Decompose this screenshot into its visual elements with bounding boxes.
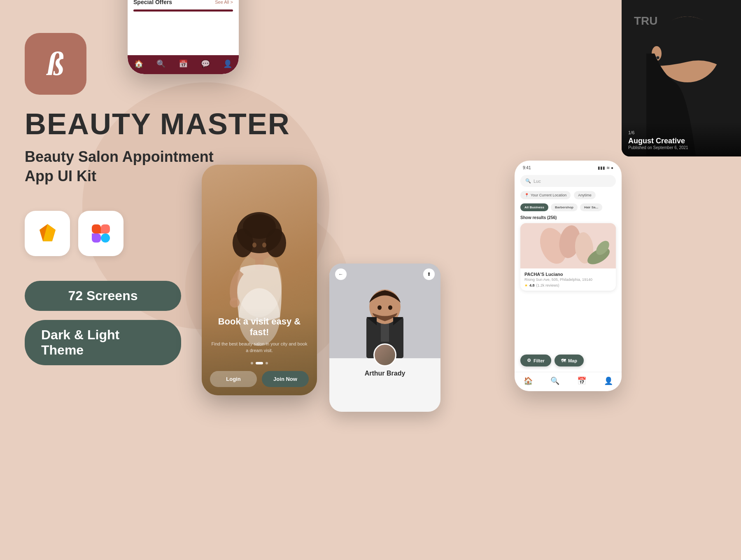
phone2-body: My Master Hannah Benson Book Now <box>128 0 239 60</box>
nail-decoration <box>520 223 616 268</box>
screens-badge: 72 Screens <box>25 281 181 311</box>
join-now-button[interactable]: Join Now <box>262 371 309 387</box>
phone1-subtext: Find the best beauty salon in your city … <box>210 341 309 354</box>
svg-point-15 <box>230 298 240 308</box>
svg-point-25 <box>388 306 392 310</box>
salon-rating: ★ 4.8 (1.2k reviews) <box>524 283 612 287</box>
salon-card-image <box>520 223 616 268</box>
login-button[interactable]: Login <box>210 371 257 387</box>
nav-search-icon[interactable]: 🔍 <box>156 59 165 68</box>
p4-nav-search[interactable]: 🔍 <box>550 376 559 385</box>
theme-badge: Dark & Light Theme <box>25 320 181 365</box>
tab-all-business[interactable]: All Business <box>520 203 548 211</box>
phone4-filter-map-row: ⚙ Filter 🗺 Map <box>520 355 616 366</box>
star-icon: ★ <box>524 283 528 287</box>
dot-1 <box>251 362 253 364</box>
phone3-hero-image: ← ⬆ <box>329 264 440 358</box>
app-icon-letter: ß <box>47 47 64 80</box>
tab-barbershop[interactable]: Barbershop <box>551 203 578 211</box>
svg-point-13 <box>262 243 266 247</box>
phone-main-app: 9:41 ▮▮▮ ≋ ● ☀ New York 32°c 🔔 🔍 Search … <box>128 0 239 74</box>
special-offers-title: Special Offers <box>133 0 172 5</box>
nav-home-icon[interactable]: 🏠 <box>134 59 143 68</box>
review-count: (1.2k reviews) <box>536 283 559 287</box>
rating-value: 4.8 <box>529 283 535 287</box>
phone1-dots <box>210 362 309 364</box>
phone1-heading: Book a visit easy & fast! <box>210 316 309 338</box>
phone-search: 9:41 ▮▮▮ ≋ ● 🔍 Luc 📍 Your Current Locati… <box>515 161 622 391</box>
results-count: Show results (256) <box>520 215 616 220</box>
dot-3 <box>266 362 268 364</box>
filter-button[interactable]: ⚙ Filter <box>520 355 551 366</box>
nav-chat-icon[interactable]: 💬 <box>201 59 210 68</box>
photo-overlay: 1/6 August Creative Published on Septemb… <box>622 122 741 156</box>
tab-hair-salon[interactable]: Hair Sa... <box>580 203 602 211</box>
svg-point-36 <box>657 56 659 59</box>
phone2-bottom-nav: 🏠 🔍 📅 💬 👤 <box>128 55 239 74</box>
figma-icon-wrap[interactable] <box>78 211 124 256</box>
time-filter[interactable]: Anytime <box>574 191 596 199</box>
svg-point-11 <box>243 214 276 239</box>
dot-2 <box>256 362 263 364</box>
nav-calendar-icon[interactable]: 📅 <box>179 59 188 68</box>
barber-name: Arthur Brady <box>336 370 434 377</box>
map-button[interactable]: 🗺 Map <box>555 355 584 366</box>
phone-barber-profile: ← ⬆ Arthur Brady <box>329 264 440 412</box>
sketch-icon <box>36 222 59 245</box>
photo-published: Published on September 6, 2021 <box>628 145 734 150</box>
nav-profile-icon[interactable]: 👤 <box>223 59 232 68</box>
phone4-search-bar[interactable]: 🔍 Luc <box>520 175 616 187</box>
search-icon-p4: 🔍 <box>525 178 531 184</box>
offers-see-all[interactable]: See All > <box>215 0 233 5</box>
salon-card[interactable]: PACHA'S Luciano Rising Sun Ave, 505, Phi… <box>520 223 616 291</box>
map-icon: 🗺 <box>561 358 566 363</box>
phone4-filter-row: 📍 Your Current Location Anytime <box>520 191 616 199</box>
salon-name: PACHA'S Luciano <box>524 272 612 277</box>
svg-point-12 <box>252 243 256 247</box>
phone-onboarding: 9:41 ▮▮▮ ≋ ● SKIP <box>202 165 317 395</box>
filter-icon: ⚙ <box>527 358 531 363</box>
location-icon-filter: 📍 <box>524 193 529 197</box>
phone4-status-bar: 9:41 ▮▮▮ ≋ ● <box>515 161 622 175</box>
phone1-content: Book a visit easy & fast! Find the best … <box>202 308 317 395</box>
top-right-photo: TRU 1/6 August Creative Published on Sep… <box>622 0 741 156</box>
special-offers-header: Special Offers See All > <box>133 0 233 5</box>
phone1-buttons: Login Join Now <box>210 371 309 387</box>
svg-text:TRU: TRU <box>634 14 658 27</box>
location-filter[interactable]: 📍 Your Current Location <box>520 191 571 199</box>
salon-info: PACHA'S Luciano Rising Sun Ave, 505, Phi… <box>520 268 616 291</box>
photo-author: August Creative <box>628 137 734 145</box>
phone4-category-tabs: All Business Barbershop Hair Sa... <box>520 203 616 211</box>
phone3-avatar <box>373 343 396 366</box>
p4-nav-profile[interactable]: 👤 <box>604 376 613 385</box>
special-offers-bar <box>133 9 233 12</box>
phone3-back-button[interactable]: ← <box>335 268 347 280</box>
app-title: BEAUTY MASTER <box>25 107 305 141</box>
phone3-share-button[interactable]: ⬆ <box>423 268 435 280</box>
svg-point-24 <box>377 306 382 310</box>
p4-nav-home[interactable]: 🏠 <box>524 376 533 385</box>
app-icon: ß <box>25 33 86 95</box>
salon-address: Rising Sun Ave, 505, Philadelphia, 19140 <box>524 278 612 282</box>
phone4-search-text: Luc <box>534 179 541 184</box>
photo-counter: 1/6 <box>628 130 734 135</box>
phone4-bottom-nav: 🏠 🔍 📅 👤 <box>515 372 622 391</box>
sketch-icon-wrap[interactable] <box>25 211 70 256</box>
figma-icon <box>92 224 110 243</box>
p4-nav-calendar[interactable]: 📅 <box>577 376 586 385</box>
